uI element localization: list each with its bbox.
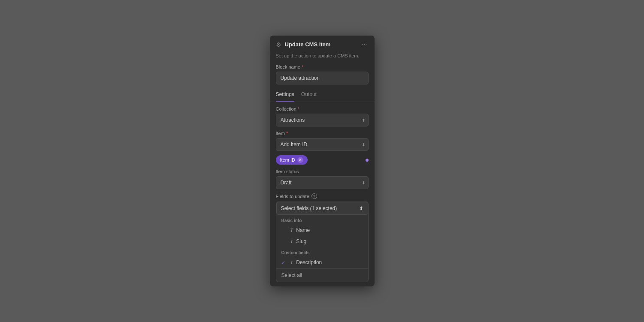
custom-fields-group-label: Custom fields (276, 247, 368, 257)
description-field-label: Description (296, 259, 322, 265)
select-all-button[interactable]: Select all (276, 268, 368, 282)
item-select-wrapper: Add item ID ⬍ (276, 138, 369, 151)
fields-select-label: Select fields (1 selected) (281, 205, 337, 211)
tab-output[interactable]: Output (301, 89, 317, 102)
panel-title: Update CMS item (285, 41, 331, 48)
item-status-select-wrapper: Draft Published Archived ⬍ (276, 176, 369, 189)
name-type-icon: T (290, 228, 293, 233)
fields-dropdown-panel: Select fields (1 selected) ⬍ Basic info … (276, 202, 369, 282)
slug-type-icon: T (290, 239, 293, 244)
item-required: * (286, 131, 288, 136)
collection-label: Collection * (276, 106, 369, 111)
menu-dots-button[interactable]: ··· (361, 41, 368, 48)
item-tag-row: Item ID ✕ (276, 155, 369, 165)
item-section: Item * Add item ID ⬍ Item ID ✕ (270, 131, 375, 165)
collection-section: Collection * Attractions ⬍ (270, 106, 375, 126)
tag-dot-indicator (366, 159, 369, 162)
panel-header: ⚙ Update CMS item ··· (270, 36, 375, 53)
header-left: ⚙ Update CMS item (276, 41, 331, 48)
cms-icon: ⚙ (276, 41, 281, 48)
description-check-icon: ✓ (281, 260, 287, 265)
block-name-section: Block name * (270, 64, 375, 89)
tab-settings[interactable]: Settings (276, 89, 294, 102)
basic-info-group-label: Basic info (276, 215, 368, 225)
fields-label: Fields to update ? (276, 193, 369, 199)
item-status-label: Item status (276, 169, 369, 174)
field-name-item[interactable]: T Name (276, 225, 368, 236)
block-name-input[interactable] (276, 72, 369, 84)
collection-required: * (298, 106, 299, 111)
fields-to-update-section: Fields to update ? Select fields (1 sele… (270, 193, 375, 286)
update-cms-panel: ⚙ Update CMS item ··· Set up the action … (270, 36, 375, 286)
block-name-label: Block name * (276, 64, 369, 69)
item-label: Item * (276, 131, 369, 136)
tag-remove-button[interactable]: ✕ (297, 157, 303, 163)
item-select[interactable]: Add item ID (276, 138, 369, 151)
item-status-select[interactable]: Draft Published Archived (276, 176, 369, 189)
tabs-bar: Settings Output (270, 89, 375, 102)
fields-help-icon[interactable]: ? (311, 193, 317, 199)
tag-label: Item ID (280, 157, 295, 163)
description-type-icon: T (290, 260, 293, 265)
required-indicator: * (302, 64, 303, 69)
fields-select-trigger[interactable]: Select fields (1 selected) ⬍ (276, 202, 368, 215)
panel-description: Set up the action to update a CMS item. (270, 53, 375, 64)
collection-select-wrapper: Attractions ⬍ (276, 114, 369, 126)
item-status-section: Item status Draft Published Archived ⬍ (270, 169, 375, 189)
fields-select-arrow: ⬍ (359, 205, 363, 211)
item-id-tag[interactable]: Item ID ✕ (276, 155, 308, 165)
field-slug-item[interactable]: T Slug (276, 236, 368, 247)
field-description-item[interactable]: ✓ T Description (276, 257, 368, 268)
name-field-label: Name (296, 227, 310, 233)
slug-field-label: Slug (296, 238, 306, 244)
collection-select[interactable]: Attractions (276, 114, 369, 126)
